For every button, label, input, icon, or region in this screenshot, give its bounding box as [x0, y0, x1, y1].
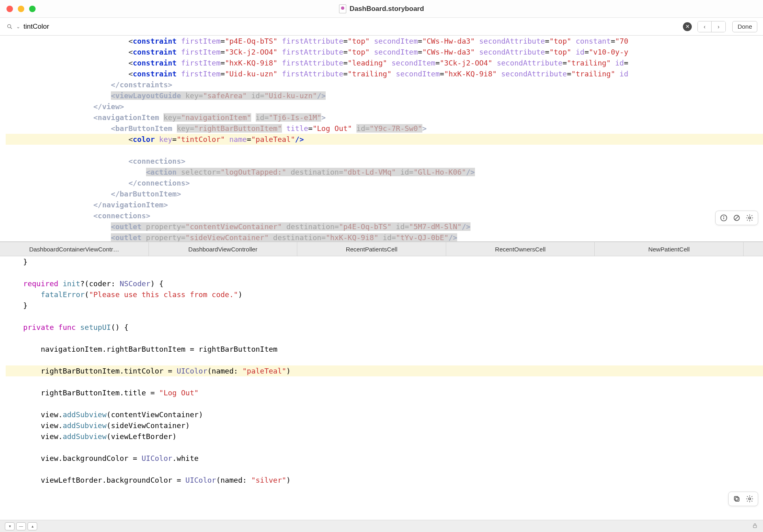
- xml-editor-pane[interactable]: <constraint firstItem="p4E-Oq-bTS" first…: [0, 36, 763, 242]
- tab-1[interactable]: DashboardViewController: [149, 242, 298, 256]
- svg-point-7: [749, 217, 751, 219]
- swift-editor-pane[interactable]: } required init?(coder: NSCoder) { fatal…: [0, 256, 763, 520]
- search-options-chevron-icon[interactable]: ⌄: [16, 24, 20, 30]
- minimize-button[interactable]: [18, 6, 24, 12]
- status-bar: ▾ — ▴: [0, 520, 763, 532]
- find-next-button[interactable]: ›: [712, 21, 725, 32]
- svg-line-6: [735, 216, 739, 220]
- maximize-button[interactable]: [29, 6, 36, 12]
- info-icon[interactable]: [718, 213, 729, 223]
- editor-actions-top: [715, 211, 758, 225]
- close-button[interactable]: [6, 6, 13, 12]
- storyboard-doc-icon: [339, 4, 346, 13]
- title-bar: DashBoard.storyboard: [0, 0, 763, 18]
- search-input[interactable]: [23, 23, 680, 31]
- svg-point-10: [749, 498, 751, 500]
- copy-icon[interactable]: [731, 494, 742, 504]
- gear-icon[interactable]: [744, 213, 755, 223]
- editor-actions-bottom: [728, 492, 758, 506]
- tab-overflow[interactable]: [744, 242, 763, 256]
- tab-3[interactable]: RecentOwnersCell: [446, 242, 595, 256]
- tab-4[interactable]: NewPatientCell: [595, 242, 744, 256]
- window-controls: [0, 6, 36, 12]
- svg-point-4: [724, 216, 724, 217]
- expand-up-icon[interactable]: ▴: [28, 522, 37, 530]
- svg-rect-9: [734, 496, 738, 500]
- svg-line-1: [11, 27, 12, 29]
- done-button[interactable]: Done: [732, 21, 757, 32]
- xml-code[interactable]: <constraint firstItem="p4E-Oq-bTS" first…: [0, 36, 763, 242]
- tab-0[interactable]: DashboardContainerViewContr…: [0, 242, 149, 256]
- collapse-icon[interactable]: —: [16, 522, 26, 530]
- find-bar: ⌄ ✕ ‹ › Done: [0, 18, 763, 36]
- gear-icon[interactable]: [744, 494, 755, 504]
- svg-rect-11: [753, 525, 757, 528]
- window-title: DashBoard.storyboard: [0, 4, 763, 13]
- find-previous-button[interactable]: ‹: [698, 21, 712, 32]
- tab-bar: DashboardContainerViewContr… DashboardVi…: [0, 242, 763, 256]
- expand-down-icon[interactable]: ▾: [5, 522, 15, 530]
- window-title-label: DashBoard.storyboard: [350, 5, 424, 13]
- no-symbol-icon[interactable]: [731, 213, 742, 223]
- clear-search-button[interactable]: ✕: [683, 22, 692, 31]
- svg-point-0: [8, 24, 11, 27]
- find-nav: ‹ ›: [697, 21, 726, 32]
- search-icon[interactable]: [6, 23, 14, 31]
- svg-rect-8: [735, 498, 739, 501]
- lock-icon[interactable]: [752, 522, 758, 530]
- tab-2[interactable]: RecentPatientsCell: [297, 242, 446, 256]
- swift-code[interactable]: } required init?(coder: NSCoder) { fatal…: [0, 256, 763, 486]
